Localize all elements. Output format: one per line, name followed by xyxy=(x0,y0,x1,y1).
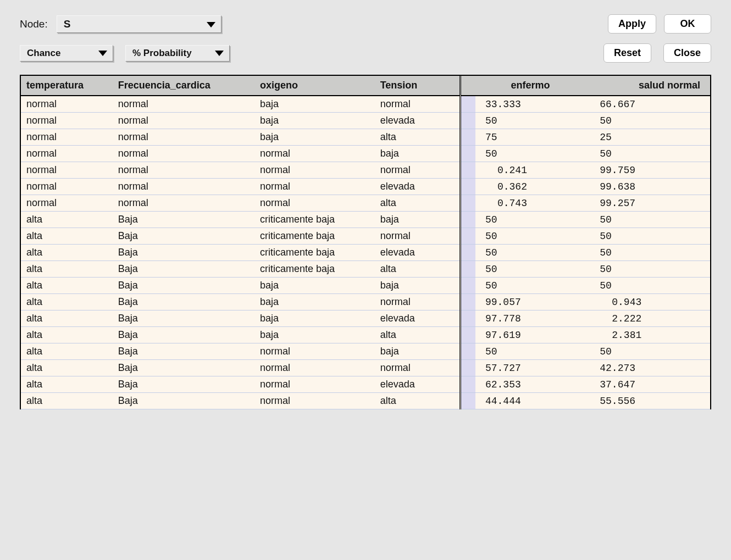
cell-enfermo[interactable]: 97.619 xyxy=(475,327,590,343)
cell-enfermo[interactable]: 0.362 xyxy=(475,179,590,195)
node-type-dropdown[interactable]: Chance xyxy=(20,45,113,62)
cell-temperatura[interactable]: alta xyxy=(21,228,113,245)
cell-temperatura[interactable]: alta xyxy=(21,343,113,360)
cell-tension[interactable]: elevada xyxy=(375,311,461,327)
cell-frecuencia[interactable]: normal xyxy=(113,179,254,195)
cell-frecuencia[interactable]: normal xyxy=(113,96,254,113)
table-row[interactable]: normalnormalnormalelevada0.36299.638 xyxy=(21,179,710,195)
cell-tension[interactable]: baja xyxy=(375,212,461,228)
cell-tension[interactable]: elevada xyxy=(375,179,461,195)
cell-frecuencia[interactable]: Baja xyxy=(113,228,254,245)
table-row[interactable]: altaBajacriticamente bajabaja5050 xyxy=(21,212,710,228)
cell-oxigeno[interactable]: baja xyxy=(254,113,375,129)
cell-oxigeno[interactable]: normal xyxy=(254,360,375,376)
cell-temperatura[interactable]: normal xyxy=(21,179,113,195)
table-row[interactable]: normalnormalbajaelevada5050 xyxy=(21,113,710,129)
cell-enfermo[interactable]: 33.333 xyxy=(475,96,590,113)
cell-temperatura[interactable]: alta xyxy=(21,327,113,343)
cell-salud-normal[interactable]: 42.273 xyxy=(590,360,710,376)
table-row[interactable]: altaBajanormalnormal57.72742.273 xyxy=(21,360,710,376)
cell-oxigeno[interactable]: criticamente baja xyxy=(254,261,375,278)
col-header-tension[interactable]: Tension xyxy=(375,76,461,96)
cell-enfermo[interactable]: 50 xyxy=(475,212,590,228)
table-row[interactable]: altaBajabajaelevada97.7782.222 xyxy=(21,311,710,327)
cell-frecuencia[interactable]: normal xyxy=(113,162,254,179)
cell-frecuencia[interactable]: normal xyxy=(113,113,254,129)
cell-enfermo[interactable]: 50 xyxy=(475,245,590,261)
cell-frecuencia[interactable]: Baja xyxy=(113,360,254,376)
cell-salud-normal[interactable]: 50 xyxy=(590,212,710,228)
cell-tension[interactable]: alta xyxy=(375,195,461,212)
cell-oxigeno[interactable]: normal xyxy=(254,179,375,195)
cell-oxigeno[interactable]: baja xyxy=(254,327,375,343)
table-row[interactable]: altaBajanormalbaja5050 xyxy=(21,343,710,360)
cell-enfermo[interactable]: 50 xyxy=(475,113,590,129)
table-row[interactable]: normalnormalnormalnormal0.24199.759 xyxy=(21,162,710,179)
cell-salud-normal[interactable]: 2.222 xyxy=(590,311,710,327)
cell-tension[interactable]: alta xyxy=(375,327,461,343)
cell-salud-normal[interactable]: 99.759 xyxy=(590,162,710,179)
cell-salud-normal[interactable]: 50 xyxy=(590,228,710,245)
cell-oxigeno[interactable]: normal xyxy=(254,146,375,162)
cell-frecuencia[interactable]: Baja xyxy=(113,245,254,261)
cell-temperatura[interactable]: normal xyxy=(21,146,113,162)
cell-salud-normal[interactable]: 50 xyxy=(590,245,710,261)
cell-frecuencia[interactable]: Baja xyxy=(113,294,254,311)
table-row[interactable]: altaBajanormalalta44.44455.556 xyxy=(21,393,710,409)
cell-oxigeno[interactable]: baja xyxy=(254,129,375,146)
cell-enfermo[interactable]: 75 xyxy=(475,129,590,146)
cell-frecuencia[interactable]: Baja xyxy=(113,212,254,228)
cell-temperatura[interactable]: alta xyxy=(21,294,113,311)
cell-oxigeno[interactable]: criticamente baja xyxy=(254,228,375,245)
col-header-frecuencia[interactable]: Frecuencia_cardica xyxy=(113,76,254,96)
cell-temperatura[interactable]: alta xyxy=(21,245,113,261)
cell-frecuencia[interactable]: normal xyxy=(113,195,254,212)
cell-salud-normal[interactable]: 50 xyxy=(590,343,710,360)
cell-tension[interactable]: elevada xyxy=(375,113,461,129)
close-button[interactable]: Close xyxy=(663,43,711,63)
table-row[interactable]: altaBajanormalelevada62.35337.647 xyxy=(21,376,710,393)
cell-enfermo[interactable]: 99.057 xyxy=(475,294,590,311)
cell-enfermo[interactable]: 50 xyxy=(475,261,590,278)
cell-oxigeno[interactable]: normal xyxy=(254,393,375,409)
cell-salud-normal[interactable]: 25 xyxy=(590,129,710,146)
cell-salud-normal[interactable]: 50 xyxy=(590,113,710,129)
cell-salud-normal[interactable]: 50 xyxy=(590,261,710,278)
cell-temperatura[interactable]: alta xyxy=(21,376,113,393)
cell-oxigeno[interactable]: normal xyxy=(254,162,375,179)
cell-oxigeno[interactable]: criticamente baja xyxy=(254,245,375,261)
cell-enfermo[interactable]: 62.353 xyxy=(475,376,590,393)
cell-tension[interactable]: normal xyxy=(375,228,461,245)
cell-tension[interactable]: baja xyxy=(375,343,461,360)
table-row[interactable]: normalnormalnormalbaja5050 xyxy=(21,146,710,162)
node-dropdown[interactable]: S xyxy=(57,15,221,33)
cell-tension[interactable]: alta xyxy=(375,393,461,409)
cell-tension[interactable]: elevada xyxy=(375,376,461,393)
cell-salud-normal[interactable]: 99.638 xyxy=(590,179,710,195)
cell-frecuencia[interactable]: normal xyxy=(113,146,254,162)
cell-enfermo[interactable]: 57.727 xyxy=(475,360,590,376)
cell-enfermo[interactable]: 50 xyxy=(475,343,590,360)
table-row[interactable]: altaBajabajanormal99.0570.943 xyxy=(21,294,710,311)
cell-oxigeno[interactable]: baja xyxy=(254,294,375,311)
cell-temperatura[interactable]: alta xyxy=(21,261,113,278)
table-row[interactable]: normalnormalnormalalta0.74399.257 xyxy=(21,195,710,212)
cell-tension[interactable]: elevada xyxy=(375,245,461,261)
cell-salud-normal[interactable]: 0.943 xyxy=(590,294,710,311)
cell-temperatura[interactable]: normal xyxy=(21,129,113,146)
cell-tension[interactable]: baja xyxy=(375,146,461,162)
cell-enfermo[interactable]: 50 xyxy=(475,228,590,245)
cell-salud-normal[interactable]: 50 xyxy=(590,146,710,162)
cell-frecuencia[interactable]: Baja xyxy=(113,376,254,393)
cell-temperatura[interactable]: normal xyxy=(21,96,113,113)
cell-temperatura[interactable]: alta xyxy=(21,393,113,409)
apply-button[interactable]: Apply xyxy=(608,14,656,34)
cell-oxigeno[interactable]: criticamente baja xyxy=(254,212,375,228)
cell-oxigeno[interactable]: baja xyxy=(254,278,375,294)
cell-temperatura[interactable]: alta xyxy=(21,278,113,294)
cell-oxigeno[interactable]: baja xyxy=(254,311,375,327)
cell-temperatura[interactable]: normal xyxy=(21,162,113,179)
table-row[interactable]: altaBajabajaalta97.6192.381 xyxy=(21,327,710,343)
cell-tension[interactable]: normal xyxy=(375,360,461,376)
cell-enfermo[interactable]: 0.241 xyxy=(475,162,590,179)
